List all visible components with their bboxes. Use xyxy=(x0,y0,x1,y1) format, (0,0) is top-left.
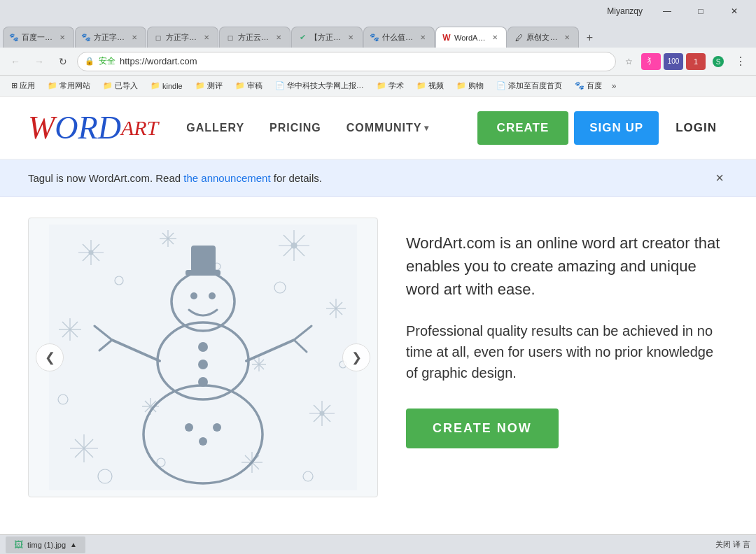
bookmark-review[interactable]: 📁 测评 xyxy=(190,78,228,94)
tab-fangzheng4[interactable]: ✔ 【方正… ✕ xyxy=(291,27,363,48)
folder-icon: 📁 xyxy=(150,81,160,90)
tab-label: 【方正… xyxy=(310,32,341,43)
chevron-left-icon: ❮ xyxy=(45,350,55,365)
folder-icon: 📁 xyxy=(103,81,113,90)
svg-point-70 xyxy=(185,423,193,432)
bookmark-label: 百度 xyxy=(587,80,602,91)
bookmark-label: 学术 xyxy=(388,80,404,91)
bookmark-common-sites[interactable]: 📁 常用网站 xyxy=(42,78,96,94)
tab-favicon: 🖊 xyxy=(514,33,524,43)
tab-fangzheng3[interactable]: □ 方正云… ✕ xyxy=(219,27,290,48)
site-logo[interactable]: WORD ART xyxy=(28,112,158,144)
hero-sub-description: Professional quality results can be achi… xyxy=(406,320,728,383)
create-now-button[interactable]: CREATE NOW xyxy=(406,409,559,448)
create-button[interactable]: CREATE xyxy=(477,111,569,145)
nav-pricing[interactable]: PRICING xyxy=(270,122,321,134)
nav-gallery[interactable]: GALLERY xyxy=(186,122,244,134)
signup-button[interactable]: SIGN UP xyxy=(574,111,659,145)
back-button[interactable]: ← xyxy=(6,52,25,71)
login-button[interactable]: LOGIN xyxy=(664,111,728,145)
maximize-button[interactable]: □ xyxy=(685,0,717,22)
tab-label: 方正字… xyxy=(94,32,125,43)
file-icon: 🖼 xyxy=(14,539,23,550)
browser-actions: 犭 100 1 S ⋮ xyxy=(641,52,750,71)
announcement-close-button[interactable]: × xyxy=(711,169,728,186)
bookmark-audit[interactable]: 📁 审稿 xyxy=(230,78,268,94)
extension-button-3[interactable]: 1 xyxy=(686,53,706,70)
tab-label: 百度一… xyxy=(22,32,52,43)
bookmark-academic[interactable]: 📁 学术 xyxy=(371,78,410,94)
bookmark-hust[interactable]: 📄 华中科技大学网上报… xyxy=(270,78,370,94)
refresh-button[interactable]: ↻ xyxy=(53,52,73,71)
nav-community[interactable]: COMMUNITY ▾ xyxy=(346,122,430,134)
new-tab-button[interactable]: + xyxy=(580,28,599,48)
tab-label: 方正云… xyxy=(238,32,269,43)
address-bar: ← → ↻ 🔒 安全 https://wordart.com ☆ 犭 100 1… xyxy=(0,48,756,76)
carousel-prev-button[interactable]: ❮ xyxy=(36,343,64,371)
bookmark-imported[interactable]: 📁 已导入 xyxy=(97,78,144,94)
minimize-button[interactable]: — xyxy=(651,0,683,22)
tab-close-button[interactable]: ✕ xyxy=(129,32,140,43)
bookmark-video[interactable]: 📁 视频 xyxy=(411,78,449,94)
extension-button-1[interactable]: 犭 xyxy=(641,53,661,70)
chevron-right-icon: ❯ xyxy=(351,350,362,365)
tab-close-button[interactable]: ✕ xyxy=(57,32,68,43)
extension-button-2[interactable]: 100 xyxy=(664,53,683,70)
status-bar: 🖼 timg (1).jpg ▲ 关闭 译 言 xyxy=(0,534,756,554)
carousel-image xyxy=(29,218,377,497)
extension-button-4[interactable]: S xyxy=(708,52,728,71)
bookmark-label: 审稿 xyxy=(247,80,262,91)
folder-icon: 📁 xyxy=(195,81,205,90)
svg-rect-58 xyxy=(191,246,216,272)
tab-close-button[interactable]: ✕ xyxy=(273,32,284,43)
svg-point-72 xyxy=(213,423,221,432)
bookmark-baidu[interactable]: 🐾 百度 xyxy=(569,78,608,94)
title-bar: Miyanzqy — □ ✕ xyxy=(0,0,756,22)
apps-icon: ⊞ xyxy=(11,81,18,90)
announcement-text-after: for details. xyxy=(271,172,322,184)
tab-label: 原创文… xyxy=(526,32,557,43)
tab-yuanchuang[interactable]: 🖊 原创文… ✕ xyxy=(507,27,579,48)
bookmark-kindle[interactable]: 📁 kindle xyxy=(145,78,188,94)
bookmark-add-baidu[interactable]: 📄 添加至百度首页 xyxy=(491,78,568,94)
close-button[interactable]: ✕ xyxy=(718,0,750,22)
tab-favicon: 🐾 xyxy=(9,33,19,43)
svg-point-60 xyxy=(209,292,216,299)
tab-shenmezhi[interactable]: 🐾 什么值… ✕ xyxy=(363,27,435,48)
announcement-banner: Tagul is now WordArt.com. Read the annou… xyxy=(0,159,756,197)
tab-label: 方正字… xyxy=(166,32,197,43)
tab-favicon: W xyxy=(442,33,451,43)
tab-wordart[interactable]: W WordA… ✕ xyxy=(435,27,507,48)
bookmark-label: 华中科技大学网上报… xyxy=(287,80,364,91)
bookmark-shop[interactable]: 📁 购物 xyxy=(451,78,489,94)
tab-favicon: 🐾 xyxy=(81,33,91,43)
svg-point-12 xyxy=(291,243,297,248)
bookmark-label: 应用 xyxy=(20,80,35,91)
folder-icon: 📁 xyxy=(416,81,426,90)
image-carousel: ❮ xyxy=(28,218,378,497)
tab-close-button[interactable]: ✕ xyxy=(561,32,573,43)
tab-close-button[interactable]: ✕ xyxy=(489,32,500,43)
folder-icon: 📁 xyxy=(377,81,386,90)
announcement-text: Tagul is now WordArt.com. Read the annou… xyxy=(28,172,322,184)
tab-label: 什么值… xyxy=(382,32,413,43)
tab-fangzheng2[interactable]: □ 方正字… ✕ xyxy=(147,27,218,48)
url-actions: ☆ xyxy=(620,53,637,70)
baidu-icon: 🐾 xyxy=(575,81,584,90)
logo-w: W xyxy=(28,110,55,145)
url-text: https://wordart.com xyxy=(120,56,197,66)
tab-close-button[interactable]: ✕ xyxy=(345,32,356,43)
tab-close-button[interactable]: ✕ xyxy=(417,32,428,43)
tab-baidu[interactable]: 🐾 百度一… ✕ xyxy=(3,27,74,48)
tab-fangzheng1[interactable]: 🐾 方正字… ✕ xyxy=(75,27,146,48)
announcement-link[interactable]: the announcement xyxy=(183,172,270,184)
url-bar[interactable]: 🔒 安全 https://wordart.com xyxy=(77,52,616,71)
carousel-next-button[interactable]: ❯ xyxy=(342,343,370,371)
forward-button[interactable]: → xyxy=(29,52,49,71)
menu-button[interactable]: ⋮ xyxy=(731,52,750,71)
tab-close-button[interactable]: ✕ xyxy=(201,32,212,43)
bookmark-apps[interactable]: ⊞ 应用 xyxy=(6,78,41,94)
svg-point-61 xyxy=(198,342,208,352)
bookmark-star-button[interactable]: ☆ xyxy=(620,53,637,70)
tab-favicon: 🐾 xyxy=(370,33,379,43)
